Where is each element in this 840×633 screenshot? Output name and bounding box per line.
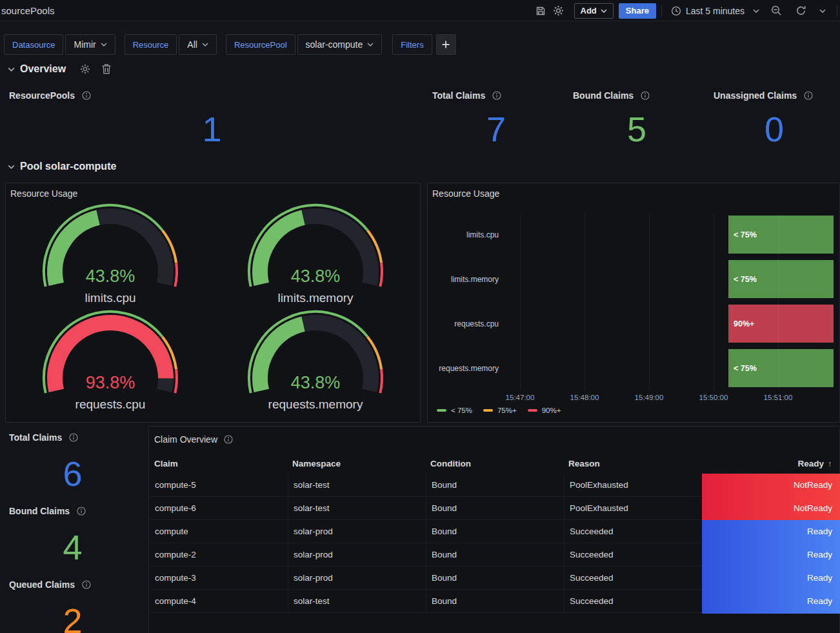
cell-namespace: solar-prod <box>288 543 426 567</box>
cell-claim: compute-2 <box>150 543 288 567</box>
cell-namespace: solar-test <box>288 590 426 613</box>
panel-title: Resource Usage <box>432 188 499 199</box>
cell-reason: PoolExhausted <box>564 474 702 497</box>
info-icon[interactable] <box>224 435 233 444</box>
stat-title: Total Claims <box>9 432 78 443</box>
info-icon[interactable] <box>804 91 813 100</box>
timeline-row-label: limits.cpu <box>428 230 499 239</box>
info-icon[interactable] <box>492 91 501 100</box>
gauge-arc: 93.8% <box>39 306 181 403</box>
cell-ready: NotReady <box>702 474 840 497</box>
gauge-arc: 43.8% <box>39 199 181 296</box>
bottom-stat-queued-claims: Queued Claims2 <box>0 573 145 633</box>
stat-title: Total Claims <box>432 90 501 101</box>
refresh-interval-caret[interactable] <box>814 3 832 19</box>
filter-label-resourcepool[interactable]: ResourcePool <box>226 34 295 55</box>
legend-label: 90%+ <box>542 407 561 414</box>
column-header-condition[interactable]: Condition <box>430 454 471 474</box>
cell-ready: Ready <box>702 590 840 614</box>
stat-title: Unassigned Claims <box>714 90 813 101</box>
info-icon[interactable] <box>641 91 650 100</box>
filter-label-resource[interactable]: Resource <box>125 34 177 55</box>
stat-title-text: Queued Claims <box>9 579 75 590</box>
legend-item[interactable]: < 75% <box>437 407 472 414</box>
legend-label: 75%+ <box>497 407 517 414</box>
filter-value-text: All <box>187 39 197 50</box>
claim-overview-panel: Claim Overview ClaimNamespaceConditionRe… <box>148 426 840 633</box>
row-settings-icon[interactable] <box>80 64 90 74</box>
filter-label-text: Datasource <box>12 40 55 50</box>
column-header-ready[interactable]: Ready↑ <box>797 454 832 474</box>
panel-title: Resource Usage <box>10 188 77 199</box>
stat-title: ResourcePools <box>9 90 91 101</box>
info-icon[interactable] <box>82 580 91 589</box>
stat-value: 0 <box>708 110 840 148</box>
save-icon[interactable] <box>532 3 550 19</box>
panel-title-text: Claim Overview <box>154 434 217 445</box>
resource-usage-timeline-panel: Resource Usage limits.cpu< 75%limits.mem… <box>427 183 840 423</box>
stat-title: Bound Claims <box>9 506 86 516</box>
cell-ready: NotReady <box>702 497 840 521</box>
cell-claim: compute-3 <box>150 567 288 590</box>
info-icon[interactable] <box>77 507 86 516</box>
stat-title-text: Unassigned Claims <box>714 90 797 101</box>
column-header-namespace[interactable]: Namespace <box>292 454 341 474</box>
cell-condition: Bound <box>426 567 564 590</box>
plus-icon <box>442 41 450 48</box>
legend-item[interactable]: 75%+ <box>483 407 517 414</box>
column-header-reason[interactable]: Reason <box>568 454 600 474</box>
info-icon[interactable] <box>69 433 78 442</box>
x-axis-tick: 15:50:00 <box>699 394 728 401</box>
grid-line <box>585 214 585 390</box>
cell-condition: Bound <box>426 590 564 613</box>
legend-swatch <box>528 409 537 412</box>
time-range-picker[interactable]: Last 5 minutes <box>667 6 763 16</box>
cell-claim: compute-4 <box>150 590 288 613</box>
stat-value: 4 <box>0 528 145 567</box>
legend-item[interactable]: 90%+ <box>528 407 561 414</box>
filters-button[interactable]: Filters <box>392 34 432 55</box>
gauge-arc: 43.8% <box>245 306 386 403</box>
timeline-state-bar: < 75% <box>728 216 834 254</box>
filter-value-datasource[interactable]: Mimir <box>65 34 115 55</box>
filter-value-resourcepool[interactable]: solar-compute <box>297 34 383 55</box>
gauge-requests.cpu: 93.8%requests.cpu <box>26 306 194 422</box>
cell-reason: Succeeded <box>564 543 702 567</box>
stat-value: 6 <box>0 454 145 493</box>
gauge-requests.memory: 43.8%requests.memory <box>232 306 399 422</box>
chevron-down-icon <box>8 165 15 169</box>
table-row: compute-6solar-testBoundPoolExhaustedNot… <box>150 497 840 520</box>
filter-label-datasource[interactable]: Datasource <box>4 34 63 55</box>
legend-swatch <box>437 409 446 412</box>
svg-text:43.8%: 43.8% <box>291 266 341 286</box>
row-delete-trash-icon[interactable] <box>102 64 111 74</box>
add-button[interactable]: Add <box>574 3 614 19</box>
refresh-icon[interactable] <box>792 3 810 19</box>
table-row: compute-5solar-testBoundPoolExhaustedNot… <box>150 474 840 497</box>
cell-namespace: solar-prod <box>288 567 426 590</box>
grid-line <box>714 214 714 390</box>
grid-line <box>520 214 521 390</box>
row-overview[interactable]: Overview <box>8 63 111 75</box>
add-filter-button[interactable] <box>436 34 456 55</box>
timeline-row-label: limits.memory <box>428 275 499 284</box>
row-title-overview: Overview <box>20 63 66 75</box>
x-axis-tick: 15:47:00 <box>506 394 535 401</box>
legend-label: < 75% <box>451 407 472 414</box>
zoom-out-icon[interactable] <box>767 3 785 19</box>
cell-namespace: solar-test <box>288 497 426 520</box>
share-button[interactable]: Share <box>619 3 656 19</box>
dashboard-settings-icon[interactable] <box>550 3 568 19</box>
filter-value-resource[interactable]: All <box>179 34 217 55</box>
cell-reason: Succeeded <box>564 590 702 613</box>
info-icon[interactable] <box>82 91 91 100</box>
overview-stat-unassigned-claims: Unassigned Claims0 <box>708 84 840 150</box>
filter-value-text: solar-compute <box>306 39 363 50</box>
bottom-stat-total-claims: Total Claims6 <box>0 426 145 497</box>
row-pool[interactable]: Pool solar-compute <box>8 161 116 172</box>
stat-value: 5 <box>568 110 706 148</box>
grid-line <box>649 214 650 390</box>
column-header-claim[interactable]: Claim <box>154 454 178 474</box>
chevron-down-icon <box>601 9 607 13</box>
timeline-state-bar: < 75% <box>728 349 834 387</box>
